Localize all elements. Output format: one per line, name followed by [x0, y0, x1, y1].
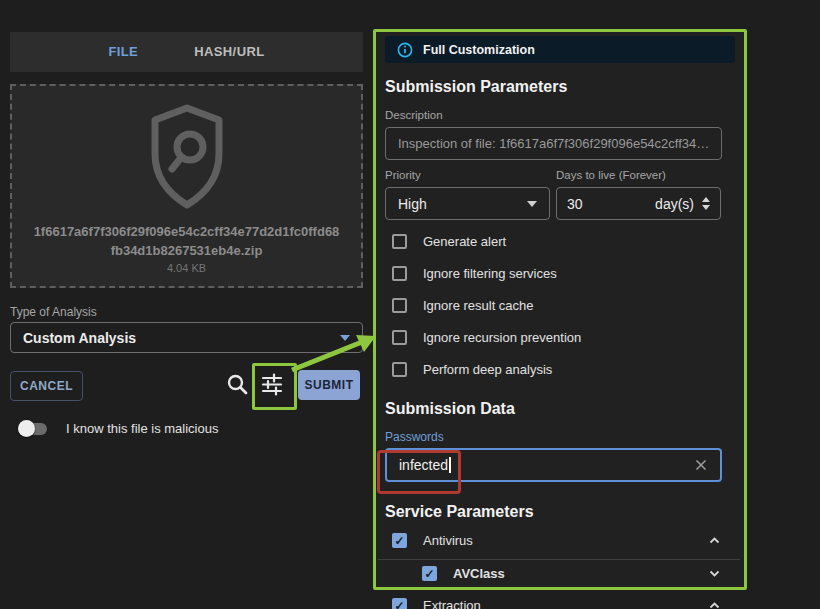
- deep-analysis-label: Perform deep analysis: [423, 362, 552, 377]
- description-input[interactable]: [385, 127, 722, 160]
- file-name-line1: 1f6617a6f7f306f29f096e54c2cff34e77d2d1fc…: [34, 222, 340, 241]
- priority-caret-icon: [527, 201, 537, 207]
- ttl-input[interactable]: 30 day(s): [556, 187, 721, 220]
- file-dropzone[interactable]: 1f6617a6f7f306f29f096e54c2cff34e77d2d1fc…: [10, 84, 363, 288]
- ignore-filtering-label: Ignore filtering services: [423, 266, 557, 281]
- antivirus-label: Antivirus: [423, 533, 473, 548]
- generate-alert-label: Generate alert: [423, 234, 506, 249]
- shield-magnifier-icon: [145, 102, 229, 216]
- tab-hash-url[interactable]: HASH/URL: [166, 32, 292, 72]
- generate-alert-checkbox[interactable]: [392, 234, 407, 249]
- type-of-analysis-label: Type of Analysis: [10, 305, 97, 319]
- checkbox-row-ignore-cache: Ignore result cache: [392, 298, 534, 313]
- annotation-arrow: [280, 325, 385, 380]
- clear-icon[interactable]: [694, 458, 708, 472]
- chevron-down-icon[interactable]: [707, 566, 722, 581]
- chevron-up-icon[interactable]: [707, 598, 722, 609]
- ttl-spinner[interactable]: [702, 197, 710, 210]
- ignore-cache-checkbox[interactable]: [392, 298, 407, 313]
- passwords-value: infected: [399, 457, 448, 473]
- extraction-label: Extraction: [423, 598, 481, 609]
- submission-data-title: Submission Data: [385, 400, 515, 418]
- priority-value: High: [398, 196, 427, 212]
- service-row-extraction[interactable]: ✓ Extraction: [392, 598, 722, 609]
- toggle-knob: [18, 420, 35, 437]
- priority-label: Priority: [385, 169, 421, 181]
- tab-file[interactable]: FILE: [80, 32, 166, 72]
- checkbox-row-ignore-recursion: Ignore recursion prevention: [392, 330, 581, 345]
- ttl-suffix: day(s): [655, 196, 694, 212]
- description-label: Description: [385, 109, 443, 121]
- service-parameters-title: Service Parameters: [385, 503, 534, 521]
- spinner-down-icon[interactable]: [702, 205, 710, 210]
- chevron-up-icon[interactable]: [707, 533, 722, 548]
- ignore-cache-label: Ignore result cache: [423, 298, 534, 313]
- full-customization-banner: Full Customization: [385, 36, 735, 63]
- file-name-line2: fb34d1b8267531eb4e.zip: [111, 241, 263, 260]
- submit-file-screen: FILE HASH/URL 1f6617a6f7f306f29f096e54c2…: [0, 0, 820, 609]
- cancel-button[interactable]: CANCEL: [10, 371, 83, 401]
- banner-title: Full Customization: [423, 43, 535, 57]
- search-icon[interactable]: [226, 373, 249, 400]
- checkbox-row-ignore-filtering: Ignore filtering services: [392, 266, 557, 281]
- service-row-avclass[interactable]: ✓ AVClass: [422, 566, 722, 581]
- antivirus-checkbox[interactable]: ✓: [392, 533, 407, 548]
- avclass-label: AVClass: [453, 566, 505, 581]
- deep-analysis-checkbox[interactable]: [392, 362, 407, 377]
- submission-parameters-title: Submission Parameters: [385, 78, 567, 96]
- malicious-toggle-label: I know this file is malicious: [66, 421, 218, 436]
- ignore-filtering-checkbox[interactable]: [392, 266, 407, 281]
- service-divider: [378, 559, 740, 560]
- passwords-label: Passwords: [385, 430, 444, 444]
- ignore-recursion-checkbox[interactable]: [392, 330, 407, 345]
- service-row-antivirus[interactable]: ✓ Antivirus: [392, 533, 722, 548]
- malicious-toggle[interactable]: [18, 420, 50, 437]
- ignore-recursion-label: Ignore recursion prevention: [423, 330, 581, 345]
- file-size: 4.04 KB: [167, 262, 206, 274]
- passwords-input[interactable]: infected: [385, 448, 722, 482]
- type-of-analysis-value: Custom Analysis: [23, 330, 136, 346]
- priority-select[interactable]: High: [385, 187, 550, 220]
- avclass-checkbox[interactable]: ✓: [422, 566, 437, 581]
- ttl-label: Days to live (Forever): [556, 169, 666, 181]
- text-cursor: [449, 457, 451, 473]
- checkbox-row-deep-analysis: Perform deep analysis: [392, 362, 552, 377]
- extraction-checkbox[interactable]: ✓: [392, 598, 407, 609]
- info-icon: [397, 42, 413, 58]
- ttl-value: 30: [567, 196, 647, 212]
- file-source-tabbar: FILE HASH/URL: [10, 32, 363, 72]
- spinner-up-icon[interactable]: [702, 197, 710, 202]
- malicious-toggle-row: I know this file is malicious: [18, 420, 218, 437]
- checkbox-row-generate-alert: Generate alert: [392, 234, 506, 249]
